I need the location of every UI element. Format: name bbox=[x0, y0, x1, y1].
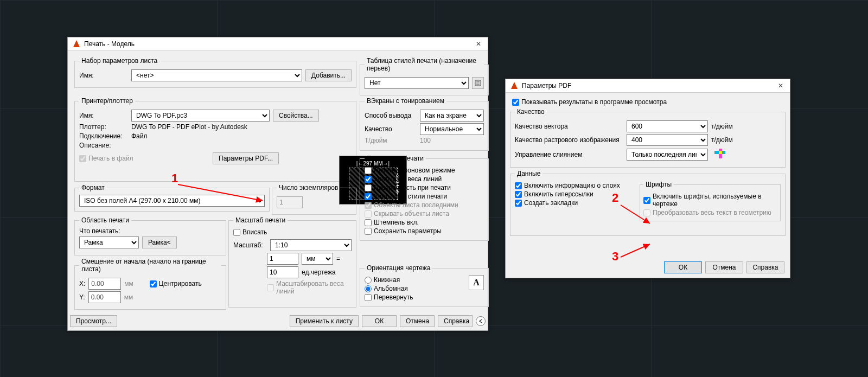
pdf-merge-select[interactable]: Только последняя линия bbox=[627, 149, 708, 161]
pdf-raster-select[interactable]: 400 bbox=[627, 134, 708, 146]
plot-help-button[interactable]: Справка bbox=[438, 315, 473, 327]
area-window-button[interactable]: Рамка< bbox=[142, 237, 177, 248]
annotation-3: 3 bbox=[612, 250, 618, 264]
offset-x-unit: мм bbox=[124, 280, 133, 287]
offset-y-input bbox=[88, 291, 121, 303]
plot-ok-button[interactable]: ОК bbox=[362, 315, 397, 327]
scale-select[interactable]: 1:10 bbox=[270, 239, 352, 251]
opt-hide-check bbox=[365, 210, 372, 218]
pdf-title: Параметры PDF bbox=[522, 82, 776, 90]
orient-upside-check[interactable] bbox=[365, 294, 372, 301]
area-group: Область печати Что печатать: Рамка Рамка… bbox=[74, 216, 226, 255]
area-what-select[interactable]: Рамка bbox=[79, 237, 139, 248]
pageset-add-button[interactable]: Добавить... bbox=[305, 69, 352, 81]
autocad-logo-icon bbox=[72, 40, 81, 48]
pdf-cancel-button[interactable]: Отмена bbox=[705, 261, 743, 273]
pdf-bookmarks-check[interactable] bbox=[515, 200, 522, 207]
pdf-raster-label: Качество растрового изображения bbox=[515, 136, 623, 144]
opt-stamp-check[interactable] bbox=[365, 219, 372, 226]
printer-plotter-value: DWG To PDF - PDF ePlot - by Autodesk bbox=[131, 123, 247, 131]
preview-button[interactable]: Просмотр... bbox=[70, 315, 117, 327]
shade-dpi-value: 100 bbox=[420, 137, 431, 144]
pdf-text-geom-check bbox=[643, 209, 650, 216]
printer-port-label: Подключение: bbox=[79, 132, 128, 140]
scale-equals: = bbox=[336, 255, 340, 263]
paper-size-select[interactable]: ISO без полей A4 (297.00 x 210.00 мм) bbox=[79, 195, 265, 207]
shade-mode-select[interactable]: Как на экране bbox=[420, 110, 484, 122]
offset-y-label: Y: bbox=[79, 293, 85, 301]
printer-group: Принтер/плоттер Имя: DWG To PDF.pc3 Свой… bbox=[74, 97, 356, 182]
scale-fit-label: Вписать bbox=[242, 228, 267, 236]
svg-rect-3 bbox=[719, 151, 722, 154]
opt-bg-label: Печать в фоновом режиме bbox=[374, 167, 455, 174]
styletab-select[interactable]: Нет bbox=[365, 77, 469, 89]
pdf-merge-label: Управление слиянием bbox=[515, 151, 623, 158]
collapse-icon[interactable] bbox=[476, 316, 486, 326]
shade-mode-label: Способ вывода bbox=[365, 112, 417, 119]
autocad-logo-icon bbox=[510, 81, 519, 90]
plot-cancel-button[interactable]: Отмена bbox=[400, 315, 435, 327]
shade-quality-label: Качество bbox=[365, 125, 417, 133]
pageset-name-select[interactable]: <нет> bbox=[131, 69, 302, 81]
apply-button[interactable]: Применить к листу bbox=[290, 315, 359, 327]
scale-unit-select[interactable]: мм bbox=[302, 253, 333, 265]
scale-group: Масштаб печати Вписать Масштаб: 1:10 мм … bbox=[228, 216, 356, 308]
styletab-legend: Таблица стилей печати (назначение перьев… bbox=[365, 57, 484, 72]
offset-legend: Смещение от начала (начало на границе ли… bbox=[79, 258, 221, 273]
pdf-ok-button[interactable]: ОК bbox=[664, 261, 702, 273]
pdf-fonts-incl-check[interactable] bbox=[643, 197, 650, 204]
scale-num-input[interactable] bbox=[267, 253, 298, 265]
plot-title: Печать - Модель bbox=[84, 40, 474, 48]
shaded-group: ВЭкраны с тонированием Способ выводаКак … bbox=[360, 97, 489, 151]
scale-lw-label: Масштабировать веса линий bbox=[276, 280, 352, 295]
opt-stamp-label: Штемпель вкл. bbox=[374, 219, 419, 226]
scale-legend: Масштаб печати bbox=[233, 216, 288, 224]
opt-save-check[interactable] bbox=[365, 228, 372, 235]
shaded-legend: ВЭкраны с тонированием bbox=[365, 97, 446, 105]
pdf-quality-group: Качество Качество вектора 600 т/дюйм Кач… bbox=[510, 108, 786, 168]
pdf-bookmarks-label: Создать закладки bbox=[524, 199, 578, 207]
pdf-options-button[interactable]: Параметры PDF... bbox=[213, 152, 279, 164]
close-icon[interactable]: ✕ bbox=[474, 40, 483, 48]
pdf-hyper-check[interactable] bbox=[515, 191, 522, 198]
offset-x-label: X: bbox=[79, 280, 85, 287]
options-legend: Параметры печати bbox=[365, 155, 426, 162]
printer-props-button[interactable]: Свойства... bbox=[273, 110, 319, 122]
printer-name-select[interactable]: DWG To PDF.pc3 bbox=[131, 110, 270, 122]
offset-center-check[interactable] bbox=[150, 280, 157, 287]
plot-footer: Просмотр... Применить к листу ОК Отмена … bbox=[70, 315, 486, 327]
pdf-fonts-legend: Шрифты bbox=[643, 181, 674, 188]
orient-landscape-label: Альбомная bbox=[374, 285, 408, 292]
opt-pslast-check bbox=[365, 202, 372, 209]
orient-landscape-radio[interactable] bbox=[365, 285, 372, 292]
opt-bg-check[interactable] bbox=[365, 167, 372, 174]
copies-group: Число экземпляров 1 bbox=[272, 184, 356, 215]
pdf-data-legend: Данные bbox=[515, 170, 542, 177]
scale-den-input[interactable] bbox=[267, 266, 298, 278]
pdf-text-geom-label: Преобразовать весь текст в геометрию bbox=[653, 209, 771, 216]
offset-x-input bbox=[88, 278, 121, 290]
close-icon[interactable]: ✕ bbox=[776, 82, 786, 90]
merge-preview-icon bbox=[713, 148, 729, 161]
opt-styles-check[interactable] bbox=[365, 193, 372, 200]
area-legend: Область печати bbox=[79, 216, 131, 224]
pdf-help-button[interactable]: Справка bbox=[746, 261, 784, 273]
annotation-1: 1 bbox=[171, 171, 178, 186]
pdf-vector-label: Качество вектора bbox=[515, 123, 623, 130]
orient-portrait-radio[interactable] bbox=[365, 277, 372, 284]
pdf-vector-select[interactable]: 600 bbox=[627, 120, 708, 132]
pdf-layers-check[interactable] bbox=[515, 182, 522, 189]
shade-quality-select[interactable]: Нормальное bbox=[420, 123, 484, 135]
opt-styles-label: Учитывать стили печати bbox=[374, 193, 447, 200]
pdf-layers-label: Включить информацию о слоях bbox=[524, 182, 620, 189]
styletab-edit-icon[interactable] bbox=[472, 77, 484, 89]
opt-transp-check[interactable] bbox=[365, 184, 372, 191]
offset-y-unit: мм bbox=[124, 293, 133, 301]
scale-fit-check[interactable] bbox=[233, 229, 240, 236]
opt-lw-check[interactable] bbox=[365, 176, 372, 183]
printer-port-value: Файл bbox=[131, 132, 148, 140]
pdf-titlebar: Параметры PDF ✕ bbox=[506, 79, 790, 93]
pdf-show-results-check[interactable] bbox=[512, 99, 519, 106]
plot-to-file-label: Печать в файл bbox=[88, 155, 133, 162]
pageset-legend: Набор параметров листа bbox=[79, 57, 159, 65]
